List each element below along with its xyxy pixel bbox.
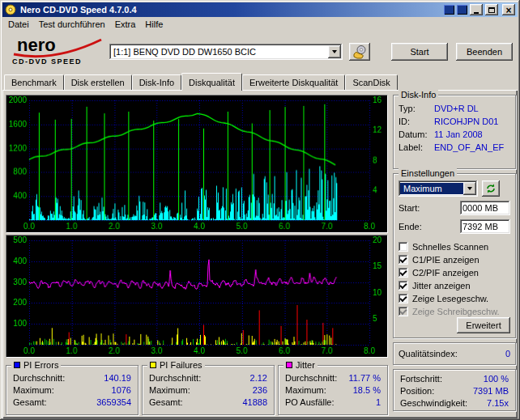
stat-row: Maximum:1076 xyxy=(11,384,133,397)
settings-box: Einstellungen Maximum xyxy=(393,173,516,338)
checkbox-zeige-schreibgeschw: Zeige Schreibgeschw. xyxy=(399,305,510,317)
disk-id-row: ID:RICOHJPN D01 xyxy=(399,115,510,128)
disk-eject-button[interactable] xyxy=(349,43,370,61)
maximize-button[interactable] xyxy=(485,4,498,15)
menu-datei[interactable]: Datei xyxy=(3,18,34,31)
stat-row: Maximum:18.5 % xyxy=(283,384,382,397)
stat-row: Durchschnitt:2.12 xyxy=(147,372,269,384)
hand-disc-icon xyxy=(352,45,367,59)
checkbox-group: Schnelles Scannen C1/PIE anzeigen C2/PIF… xyxy=(399,240,510,317)
speed-mode-row: Maximum xyxy=(399,180,510,197)
position-row: Position:7391 MB xyxy=(399,385,510,397)
drive-select[interactable]: [1:1] BENQ DVD DD DW1650 BCIC xyxy=(109,44,343,60)
tab-disk-erstellen[interactable]: Disk erstellen xyxy=(64,74,132,90)
start-label: Start: xyxy=(399,203,460,213)
pi-failures-title: PI Failures xyxy=(160,360,202,371)
disk-type-row: Typ:DVD+R DL xyxy=(399,102,510,115)
quit-button[interactable]: Beenden xyxy=(456,43,513,61)
pi-errors-title: PI Errors xyxy=(23,360,58,371)
tabstrip: Benchmark Disk erstellen Disk-Info Diskq… xyxy=(2,72,518,90)
checkbox-icon xyxy=(399,294,408,303)
quality-index-value: 0 xyxy=(505,349,510,358)
stat-row: Gesamt:3659354 xyxy=(11,397,133,409)
titlebar-extra-icon-1[interactable] xyxy=(444,5,454,15)
start-row: Start: xyxy=(399,201,510,215)
disk-info-box: Disk-Info Typ:DVD+R DL ID:RICOHJPN D01 D… xyxy=(393,95,516,169)
end-label: Ende: xyxy=(399,222,460,231)
pi-failures-swatch xyxy=(150,362,156,368)
chevron-down-icon[interactable] xyxy=(463,182,476,195)
disk-date-row: Datum:11 Jan 2008 xyxy=(399,128,510,141)
checkbox-schnelles-scannen[interactable]: Schnelles Scannen xyxy=(399,240,510,252)
titlebar-extra-icon-2[interactable] xyxy=(457,5,467,15)
maximize-icon xyxy=(488,7,495,13)
speed-row: Geschwindigkeit:7.15x xyxy=(399,397,510,409)
tab-erweiterte-diskqualitaet[interactable]: Erweiterte Diskqualität xyxy=(242,74,345,90)
close-button[interactable] xyxy=(502,4,515,15)
tab-scandisk[interactable]: ScanDisk xyxy=(345,74,397,90)
menu-hilfe[interactable]: Hilfe xyxy=(140,18,168,31)
checkbox-c1-pie-anzeigen[interactable]: C1/PIE anzeigen xyxy=(399,253,510,265)
scan-status-box: Fortschritt:100 % Position:7391 MB Gesch… xyxy=(393,369,516,411)
pi-errors-swatch xyxy=(14,362,20,368)
pi-errors-chart xyxy=(6,95,388,233)
diskqualitaet-page: PI Errors Durchschnitt:140.19 Maximum:10… xyxy=(2,90,518,418)
jitter-swatch xyxy=(286,362,292,368)
stat-row: PO Ausfälle:1 xyxy=(283,397,382,409)
end-input[interactable] xyxy=(460,219,510,234)
app-window: Nero CD-DVD Speed 4.7.0.4 Datei Test dur… xyxy=(0,0,520,420)
stats-row: PI Errors Durchschnitt:140.19 Maximum:10… xyxy=(6,365,388,415)
jitter-title: Jitter xyxy=(296,360,315,371)
logo-text-nero: nero xyxy=(17,35,56,55)
stat-row: Durchschnitt:11.77 % xyxy=(283,372,382,384)
settings-legend: Einstellungen xyxy=(399,168,457,179)
start-button[interactable]: Start xyxy=(391,43,448,61)
pif-jitter-chart xyxy=(6,235,388,357)
end-row: Ende: xyxy=(399,219,510,234)
nero-logo: nero CD-DVD SPEED xyxy=(6,34,109,70)
pi-errors-box: PI Errors Durchschnitt:140.19 Maximum:10… xyxy=(6,365,139,415)
checkbox-icon xyxy=(399,307,408,316)
speed-mode-select[interactable]: Maximum xyxy=(399,180,478,197)
minimize-icon xyxy=(474,12,479,14)
start-input[interactable] xyxy=(460,201,510,215)
stat-row: Durchschnitt:140.19 xyxy=(11,372,133,384)
charts-column: PI Errors Durchschnitt:140.19 Maximum:10… xyxy=(6,95,388,415)
titlebar: Nero CD-DVD Speed 4.7.0.4 xyxy=(2,2,518,17)
advanced-button[interactable]: Erweitert xyxy=(457,317,510,333)
jitter-box: Jitter Durchschnitt:11.77 % Maximum:18.5… xyxy=(278,365,388,415)
chevron-down-icon[interactable] xyxy=(328,45,341,58)
progress-row: Fortschritt:100 % xyxy=(399,373,510,385)
checkbox-icon xyxy=(399,268,408,278)
tab-diskqualitaet[interactable]: Diskqualität xyxy=(181,73,242,91)
tab-benchmark[interactable]: Benchmark xyxy=(4,74,64,90)
disk-label-row: Label:END_OF_AN_EF xyxy=(399,141,510,154)
drive-select-value: [1:1] BENQ DVD DD DW1650 BCIC xyxy=(113,47,256,57)
checkbox-c2-pif-anzeigen[interactable]: C2/PIF anzeigen xyxy=(399,266,510,278)
close-icon xyxy=(505,2,511,17)
tab-disk-info[interactable]: Disk-Info xyxy=(132,74,181,90)
logo-text-speed: CD-DVD SPEED xyxy=(12,57,82,66)
checkbox-icon xyxy=(399,242,408,252)
minimize-button[interactable] xyxy=(470,4,483,15)
checkbox-jitter-anzeigen[interactable]: Jitter anzeigen xyxy=(399,279,510,291)
pi-failures-box: PI Failures Durchschnitt:2.12 Maximum:23… xyxy=(142,365,275,415)
speed-mode-value: Maximum xyxy=(400,183,463,194)
refresh-icon xyxy=(485,183,497,194)
stat-row: Gesamt:41888 xyxy=(147,397,269,409)
stat-row: Maximum:236 xyxy=(147,384,269,397)
app-icon xyxy=(5,4,16,15)
menubar: Datei Test durchführen Extra Hilfe xyxy=(2,17,518,32)
quality-index-label: Qualitätsindex: xyxy=(399,349,505,358)
sidebar: Disk-Info Typ:DVD+R DL ID:RICOHJPN D01 D… xyxy=(393,95,516,415)
menu-extra[interactable]: Extra xyxy=(110,18,141,31)
checkbox-icon xyxy=(399,281,408,291)
quality-index-box: Qualitätsindex: 0 xyxy=(393,342,516,365)
disk-info-legend: Disk-Info xyxy=(399,90,438,100)
window-title: Nero CD-DVD Speed 4.7.0.4 xyxy=(19,5,441,15)
checkbox-icon xyxy=(399,255,408,265)
menu-test-durchfuehren[interactable]: Test durchführen xyxy=(34,18,110,31)
refresh-button[interactable] xyxy=(482,180,500,197)
toolbar: nero CD-DVD SPEED [1:1] BENQ DVD DD DW16… xyxy=(2,32,518,72)
checkbox-zeige-lesegeschw[interactable]: Zeige Lesegeschw. xyxy=(399,292,510,304)
